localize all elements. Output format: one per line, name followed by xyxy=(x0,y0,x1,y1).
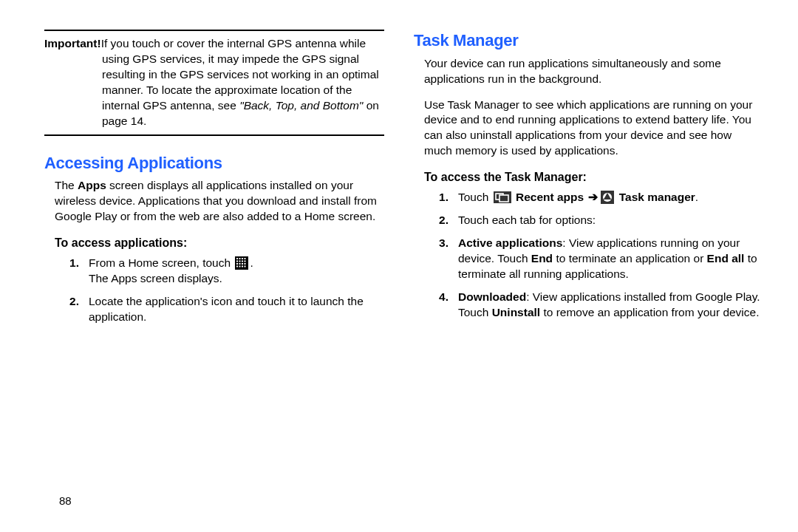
important-note: Important!If you touch or cover the inte… xyxy=(44,30,384,136)
access-apps-step-2: Locate the application's icon and touch … xyxy=(69,294,384,325)
svg-rect-8 xyxy=(245,260,246,262)
svg-rect-1 xyxy=(236,258,238,259)
apps-grid-icon xyxy=(235,255,248,270)
svg-rect-10 xyxy=(239,263,241,265)
svg-rect-5 xyxy=(236,260,238,262)
page-number: 88 xyxy=(59,494,72,508)
taskmgr-step-4: Downloaded: View applications installed … xyxy=(439,290,761,321)
access-apps-steps: From a Home screen, touch . The Apps scr… xyxy=(69,256,384,332)
svg-rect-2 xyxy=(239,258,241,259)
taskmgr-step-3: Active applications: View applications r… xyxy=(439,236,761,282)
svg-rect-9 xyxy=(236,263,238,265)
svg-rect-16 xyxy=(245,265,246,267)
taskmgr-para-2: Use Task Manager to see which applicatio… xyxy=(424,98,761,160)
apps-intro-paragraph: The Apps screen displays all application… xyxy=(55,178,384,225)
taskmgr-steps: Touch Recent apps ➔ Task manager. Touch … xyxy=(439,190,761,328)
svg-rect-15 xyxy=(242,265,243,267)
svg-rect-4 xyxy=(245,258,246,259)
task-manager-icon xyxy=(601,189,614,205)
svg-rect-6 xyxy=(239,260,241,262)
recent-apps-icon xyxy=(494,189,511,205)
heading-accessing-applications: Accessing Applications xyxy=(44,152,384,174)
svg-rect-19 xyxy=(499,195,508,202)
svg-rect-3 xyxy=(242,258,243,259)
taskmgr-para-1: Your device can run applications simulta… xyxy=(424,56,761,87)
subhead-access-taskmgr: To access the Task Manager: xyxy=(424,169,761,185)
svg-rect-12 xyxy=(245,263,246,265)
subhead-access-apps: To access applications: xyxy=(55,235,384,251)
important-label: Important! xyxy=(44,37,101,50)
taskmgr-step-1: Touch Recent apps ➔ Task manager. xyxy=(439,190,761,205)
heading-task-manager: Task Manager xyxy=(414,30,761,52)
arrow-icon: ➔ xyxy=(587,191,599,203)
important-ref: "Back, Top, and Bottom" xyxy=(239,99,363,112)
svg-rect-11 xyxy=(242,263,243,265)
svg-rect-13 xyxy=(236,265,238,267)
access-apps-step-1: From a Home screen, touch . The Apps scr… xyxy=(69,256,384,287)
svg-rect-14 xyxy=(239,265,241,267)
svg-rect-7 xyxy=(242,260,243,262)
taskmgr-step-2: Touch each tab for options: xyxy=(439,213,761,228)
